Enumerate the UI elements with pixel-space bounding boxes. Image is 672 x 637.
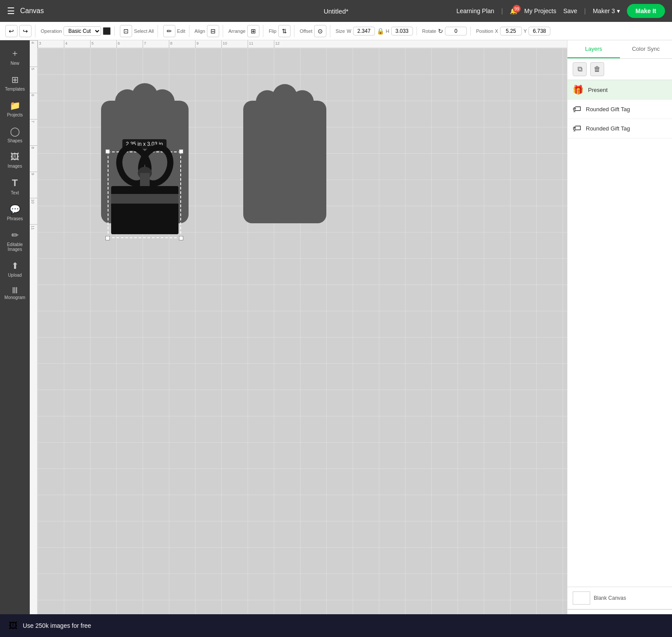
canvas-label-row: Blank Canvas (567, 587, 672, 609)
size-width-input[interactable] (353, 27, 375, 35)
tab-layers[interactable]: Layers (567, 40, 620, 58)
duplicate-layer-button[interactable]: ⧉ (573, 62, 587, 76)
tab-color-sync[interactable]: Color Sync (620, 40, 672, 58)
sidebar-item-monogram[interactable]: ||| Monogram (2, 283, 28, 303)
layer-item-gift-tag-2[interactable]: 🏷 Rounded Gift Tag (567, 119, 672, 138)
layers-list: 🎁 Present 🏷 Rounded Gift Tag 🏷 Rounded G… (567, 80, 672, 334)
monogram-icon: ||| (12, 286, 18, 293)
offset-button[interactable]: ⊙ (314, 25, 326, 37)
tick: 4 (64, 40, 90, 48)
position-y-input[interactable] (528, 27, 550, 35)
select-all-label: Select All (134, 28, 154, 34)
new-icon: ＋ (10, 47, 19, 59)
layer-item-present[interactable]: 🎁 Present (567, 80, 672, 100)
position-group: Position X Y (476, 27, 554, 35)
gift-tag-2-name: Rounded Gift Tag (586, 125, 630, 132)
height-label: H (386, 28, 389, 34)
handle-bl[interactable] (105, 236, 110, 240)
operation-label: Operation (41, 28, 62, 34)
tick-v: 10 (30, 198, 38, 224)
upload-icon: ⬆ (11, 260, 19, 271)
sidebar-item-shapes[interactable]: ◯ Shapes (2, 123, 28, 147)
tick: 8 (169, 40, 195, 48)
notification-badge: 99 (513, 5, 521, 13)
y-label: Y (524, 28, 527, 34)
right-gift-tag-group[interactable] (239, 74, 331, 234)
sidebar-item-text[interactable]: T Text (2, 174, 28, 199)
redo-button[interactable]: ↪ (19, 25, 32, 37)
sidebar-projects-label: Projects (7, 113, 23, 117)
bottom-banner[interactable]: 🖼 Use 250k images for free (0, 614, 672, 637)
sidebar-upload-label: Upload (8, 273, 22, 278)
rotate-input[interactable] (445, 27, 467, 35)
select-all-group: ⊡ Select All (120, 25, 158, 37)
canvas-preview (573, 591, 590, 605)
my-projects-button[interactable]: My Projects (524, 7, 556, 14)
size-group: Size W 🔒 H (336, 27, 417, 35)
sidebar-item-templates[interactable]: ⊞ Templates (2, 71, 28, 95)
present-svg (107, 144, 183, 236)
save-button[interactable]: Save (563, 7, 577, 14)
tick: 9 (195, 40, 221, 48)
tick-v: 7 (30, 119, 38, 145)
flip-label: Flip (269, 28, 276, 34)
chevron-down-icon: ▾ (617, 7, 620, 14)
tick: 10 (221, 40, 248, 48)
sidebar-shapes-label: Shapes (7, 138, 22, 143)
learning-plan-link[interactable]: Learning Plan (456, 7, 494, 14)
shapes-icon: ◯ (10, 126, 20, 137)
right-panel: Layers Color Sync ⧉ 🗑 🎁 Present 🏷 Rounde… (567, 40, 672, 637)
edit-label: Edit (177, 28, 186, 34)
size-height-input[interactable] (391, 27, 413, 35)
left-sidebar: ＋ New ⊞ Templates 📁 Projects ◯ Shapes 🖼 … (0, 40, 30, 637)
tick-v: 9 (30, 172, 38, 198)
editable-images-icon: ✏ (11, 230, 19, 240)
tick-v: 5 (30, 67, 38, 93)
handle-br[interactable] (179, 236, 183, 240)
align-button[interactable]: ⊟ (207, 25, 219, 37)
sidebar-item-upload[interactable]: ⬆ Upload (2, 257, 28, 281)
sidebar-item-new[interactable]: ＋ New (2, 44, 28, 69)
svg-rect-10 (111, 208, 178, 234)
lock-icon[interactable]: 🔒 (377, 28, 384, 35)
x-label: X (495, 28, 498, 34)
sidebar-item-editable-images[interactable]: ✏ Editable Images (2, 226, 28, 255)
arrange-button[interactable]: ⊞ (247, 25, 259, 37)
divider-1: | (501, 7, 503, 14)
canvas-area[interactable]: 3 4 5 6 7 8 9 10 11 12 4 5 6 7 8 9 10 11 (30, 40, 567, 637)
layer-item-gift-tag-1[interactable]: 🏷 Rounded Gift Tag (567, 100, 672, 119)
banner-text: Use 250k images for free (23, 622, 91, 629)
maker-button[interactable]: Maker 3 ▾ (593, 7, 620, 14)
sidebar-item-projects[interactable]: 📁 Projects (2, 97, 28, 121)
templates-icon: ⊞ (11, 74, 19, 85)
tick: 7 (143, 40, 169, 48)
left-gift-tag-group[interactable]: 2.35 in x 3.03 in (94, 74, 195, 234)
position-x-input[interactable] (500, 27, 522, 35)
delete-layer-button[interactable]: 🗑 (590, 62, 604, 76)
make-it-button[interactable]: Make It (627, 4, 665, 18)
edit-button[interactable]: ✏ (163, 25, 175, 37)
sidebar-item-phrases[interactable]: 💬 Phrases (2, 201, 28, 225)
size-label: Size (336, 28, 345, 34)
ruler-left: 4 5 6 7 8 9 10 11 (30, 40, 38, 637)
select-all-button[interactable]: ⊡ (120, 25, 132, 37)
gift-tag-2-icon: 🏷 (573, 123, 581, 134)
align-group: Align ⊟ (195, 25, 223, 37)
tick-v: 4 (30, 40, 38, 67)
operation-group: Operation Basic Cut (41, 26, 115, 36)
menu-icon[interactable]: ☰ (7, 6, 15, 16)
canvas-content[interactable]: 2.35 in x 3.03 in (38, 48, 567, 637)
sidebar-item-images[interactable]: 🖼 Images (2, 148, 28, 172)
undo-redo-group: ↩ ↪ (5, 25, 35, 37)
color-swatch[interactable] (103, 27, 111, 35)
panel-tabs: Layers Color Sync (567, 40, 672, 59)
flip-group: Flip ⇅ (269, 25, 294, 37)
notification-bell[interactable]: 🔔 99 (510, 7, 517, 14)
flip-button[interactable]: ⇅ (278, 25, 290, 37)
tick: 6 (116, 40, 143, 48)
panel-spacer (567, 334, 672, 587)
right-gift-tag-svg (239, 74, 331, 232)
operation-select[interactable]: Basic Cut (63, 26, 101, 36)
undo-button[interactable]: ↩ (5, 25, 18, 37)
text-icon: T (12, 177, 18, 189)
